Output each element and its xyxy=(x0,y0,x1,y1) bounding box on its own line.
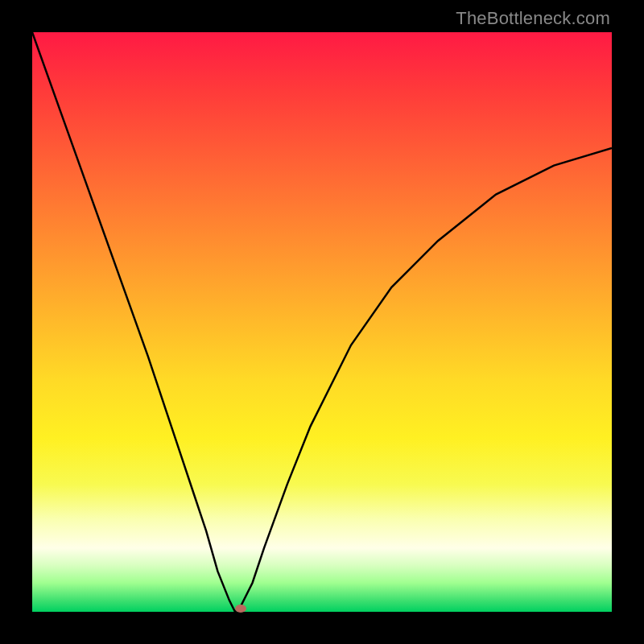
bottleneck-curve xyxy=(32,32,612,612)
plot-area xyxy=(32,32,612,612)
minimum-marker xyxy=(235,605,246,613)
attribution-label: TheBottleneck.com xyxy=(456,8,610,29)
curve-svg xyxy=(32,32,612,612)
